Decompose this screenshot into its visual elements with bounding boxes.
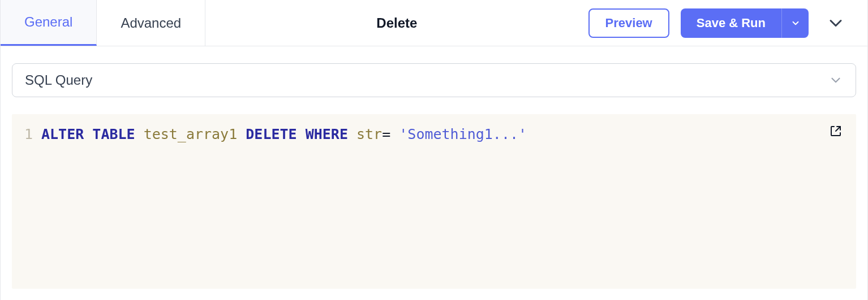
chevron-down-icon — [790, 18, 801, 28]
identifier: test_array1 — [144, 126, 238, 142]
content-area: SQL Query 1 ALTER TABLE test_array1 DELE… — [1, 46, 867, 300]
save-run-button-group: Save & Run — [681, 8, 809, 38]
query-type-select[interactable]: SQL Query — [12, 63, 856, 97]
sql-editor[interactable]: 1 ALTER TABLE test_array1 DELETE WHERE s… — [12, 114, 856, 289]
button-label: Preview — [605, 16, 652, 31]
code-line: ALTER TABLE test_array1 DELETE WHERE str… — [41, 124, 527, 144]
operator: = — [382, 126, 390, 142]
identifier: str — [356, 126, 382, 142]
button-label: Save & Run — [697, 16, 766, 31]
header-actions: Preview Save & Run — [588, 0, 867, 46]
string-literal: 'Something1...' — [399, 126, 527, 142]
svg-line-0 — [836, 127, 840, 131]
tab-list: General Advanced — [1, 0, 205, 46]
chevron-down-icon — [828, 73, 843, 88]
expand-editor-button[interactable] — [828, 123, 844, 139]
header-bar: General Advanced Delete Preview Save & R… — [1, 0, 867, 46]
tab-label: Advanced — [121, 15, 181, 31]
save-run-button[interactable]: Save & Run — [681, 8, 781, 38]
keyword: ALTER — [41, 126, 84, 142]
query-editor-panel: General Advanced Delete Preview Save & R… — [0, 0, 868, 300]
collapse-panel-button[interactable] — [820, 8, 852, 38]
line-number: 1 — [24, 124, 41, 144]
save-run-dropdown-button[interactable] — [781, 8, 809, 38]
keyword: TABLE — [92, 126, 135, 142]
tab-label: General — [24, 14, 72, 30]
tab-general[interactable]: General — [1, 0, 97, 46]
tab-advanced[interactable]: Advanced — [97, 0, 205, 46]
keyword: WHERE — [306, 126, 348, 142]
chevron-down-icon — [826, 13, 846, 33]
keyword: DELETE — [246, 126, 297, 142]
select-label: SQL Query — [25, 72, 92, 88]
editor-line: 1 ALTER TABLE test_array1 DELETE WHERE s… — [24, 124, 844, 144]
external-link-icon — [829, 124, 843, 138]
preview-button[interactable]: Preview — [588, 8, 669, 38]
page-title: Delete — [376, 15, 417, 31]
header-title-area: Delete — [205, 0, 588, 46]
